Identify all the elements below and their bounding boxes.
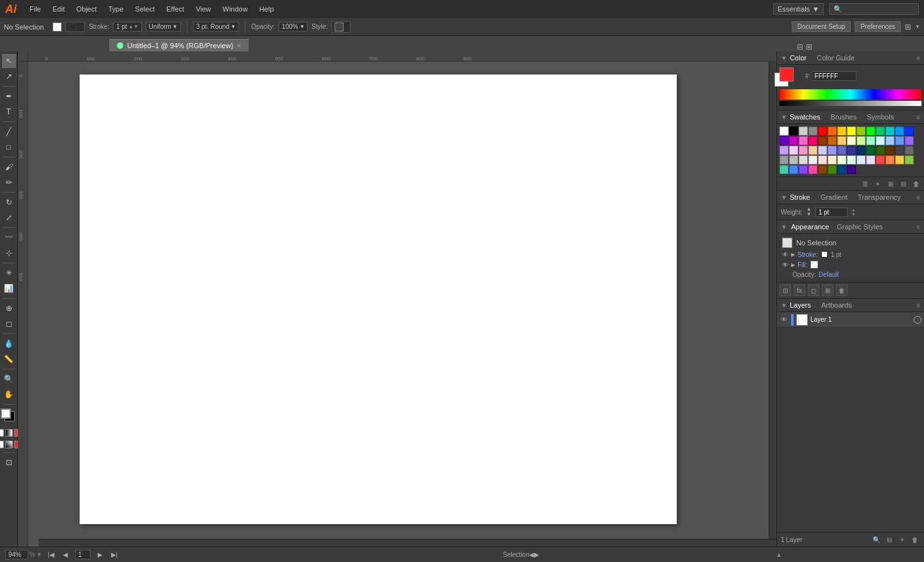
swatch-cell[interactable] <box>857 136 866 145</box>
swatches-library-btn[interactable]: ☰ <box>860 179 870 189</box>
swatch-cell[interactable] <box>857 127 866 136</box>
weight-input-down[interactable]: ▼ <box>851 212 856 216</box>
swatch-cell[interactable] <box>789 136 798 145</box>
swatch-cell[interactable] <box>808 165 817 174</box>
drawing-mode-btn[interactable]: ⊡ <box>2 455 16 470</box>
swatch-cell[interactable] <box>895 146 904 155</box>
selection-nav-prev[interactable]: ◀ <box>529 551 534 558</box>
arrange-arrow[interactable]: ▼ <box>915 24 920 30</box>
swatch-cell[interactable] <box>828 165 837 174</box>
layers-search-btn[interactable]: 🔍 <box>871 534 882 545</box>
tab-brushes[interactable]: Brushes <box>828 112 859 122</box>
stroke-panel-menu[interactable]: ≡ <box>916 194 920 201</box>
swatch-cell[interactable] <box>885 136 894 145</box>
stroke-style-select[interactable]: Uniform ▼ <box>146 22 181 31</box>
swatch-cell[interactable] <box>808 127 817 136</box>
color-panel-collapse[interactable]: ▼ <box>781 55 787 62</box>
swatches-panel-menu[interactable]: ≡ <box>916 114 920 121</box>
swatch-cell[interactable] <box>808 136 817 145</box>
appearance-delete-btn[interactable]: 🗑 <box>836 285 848 296</box>
swatch-cell[interactable] <box>780 136 789 145</box>
appearance-collapse[interactable]: ▼ <box>781 224 787 231</box>
scale-tool[interactable]: ⤢ <box>2 211 16 225</box>
menu-item-window[interactable]: Window <box>218 4 253 14</box>
layers-new-sublayer-btn[interactable]: ⊟ <box>884 534 894 545</box>
swatch-cell[interactable] <box>789 155 798 164</box>
appearance-new-stroke-btn[interactable]: ⊞ <box>822 285 833 296</box>
swatch-cell[interactable] <box>847 136 856 145</box>
stroke-appearance-swatch[interactable] <box>821 250 828 258</box>
tab-close-button[interactable]: × <box>237 42 241 49</box>
tab-symbols[interactable]: Symbols <box>864 112 896 122</box>
swatch-cell[interactable] <box>905 127 914 136</box>
menu-item-help[interactable]: Help <box>254 4 279 14</box>
arrange-icon[interactable]: ⊞ <box>905 22 911 31</box>
swatch-cell[interactable] <box>780 127 789 136</box>
tab-gradient[interactable]: Gradient <box>818 192 850 202</box>
swatches-new-btn[interactable]: + <box>873 179 883 189</box>
swatch-cell[interactable] <box>837 146 846 155</box>
swatch-cell[interactable] <box>837 127 846 136</box>
swatch-cell[interactable] <box>799 127 808 136</box>
layer-visibility-toggle[interactable]: 👁 <box>780 315 789 324</box>
swatch-cell[interactable] <box>780 146 789 155</box>
page-input[interactable] <box>75 550 91 559</box>
vertical-scrollbar[interactable] <box>769 62 776 539</box>
hand-tool[interactable]: ✋ <box>2 387 16 401</box>
brush-style-select[interactable]: 3 pt. Round ▼ <box>193 22 240 31</box>
menu-item-object[interactable]: Object <box>71 4 102 14</box>
color-gradient-bar[interactable] <box>780 89 921 100</box>
opacity-select[interactable]: 100% ▼ <box>279 22 308 31</box>
swatch-cell[interactable] <box>818 127 827 136</box>
swatches-option-btn[interactable]: ⊞ <box>885 179 896 189</box>
last-page-btn[interactable]: ▶| <box>110 550 119 559</box>
zoom-tool[interactable]: 🔍 <box>2 372 16 386</box>
menu-item-effect[interactable]: Effect <box>161 4 189 14</box>
swatch-cell[interactable] <box>847 127 856 136</box>
active-tab[interactable]: Untitled–1 @ 94% (RGB/Preview) × <box>109 39 248 51</box>
tab-color-guide[interactable]: Color Guide <box>814 53 857 63</box>
none-swatch[interactable] <box>0 429 4 437</box>
swatch-cell[interactable] <box>799 155 808 164</box>
direct-selection-tool[interactable]: ↗ <box>2 69 16 83</box>
fill-mode-color[interactable] <box>0 441 4 448</box>
canvas-scroll-area[interactable] <box>28 62 776 547</box>
swatch-cell[interactable] <box>885 146 894 155</box>
swatch-cell[interactable] <box>905 155 914 164</box>
free-transform-tool[interactable]: ⊹ <box>2 246 16 260</box>
menu-item-select[interactable]: Select <box>130 4 160 14</box>
menu-item-edit[interactable]: Edit <box>48 4 70 14</box>
tab-swatches[interactable]: Swatches <box>787 112 823 122</box>
pencil-tool[interactable]: ✏ <box>2 175 16 189</box>
first-page-btn[interactable]: |◀ <box>47 550 56 559</box>
tab-graphic-styles[interactable]: Graphic Styles <box>833 222 887 232</box>
swatch-cell[interactable] <box>799 165 808 174</box>
preferences-button[interactable]: Preferences <box>855 21 901 32</box>
symbol-sprayer-tool[interactable]: ✳ <box>2 266 16 280</box>
swatch-cell[interactable] <box>828 155 837 164</box>
tab-stroke[interactable]: Stroke <box>787 192 813 202</box>
graph-tool[interactable]: 📊 <box>2 281 16 295</box>
swatch-cell[interactable] <box>885 155 894 164</box>
swatch-cell[interactable] <box>895 136 904 145</box>
swatch-cell[interactable] <box>866 127 875 136</box>
selection-tool[interactable]: ↖ <box>2 54 16 68</box>
swatch-cell[interactable] <box>866 155 875 164</box>
swatch-cell[interactable] <box>847 155 856 164</box>
document-setup-button[interactable]: Document Setup <box>792 21 851 32</box>
appearance-fx-btn[interactable]: fx <box>794 285 805 296</box>
tab-layers[interactable]: Layers <box>787 300 814 310</box>
gradient-swatch[interactable] <box>5 429 13 437</box>
swatch-cell[interactable] <box>857 146 866 155</box>
tab-artboards[interactable]: Artboards <box>819 300 855 310</box>
fill-mode-gradient[interactable] <box>5 441 13 448</box>
warp-tool[interactable]: 〰 <box>2 231 16 245</box>
swatch-cell[interactable] <box>847 146 856 155</box>
appearance-new-fill-btn[interactable]: ◻ <box>808 285 819 296</box>
color-lightness-bar[interactable] <box>780 101 921 106</box>
swatch-cell[interactable] <box>780 155 789 164</box>
swatch-cell[interactable] <box>905 136 914 145</box>
layers-collapse[interactable]: ▼ <box>781 302 787 309</box>
fill-swatch[interactable] <box>1 408 11 419</box>
fill-color-swatch[interactable] <box>53 22 62 31</box>
